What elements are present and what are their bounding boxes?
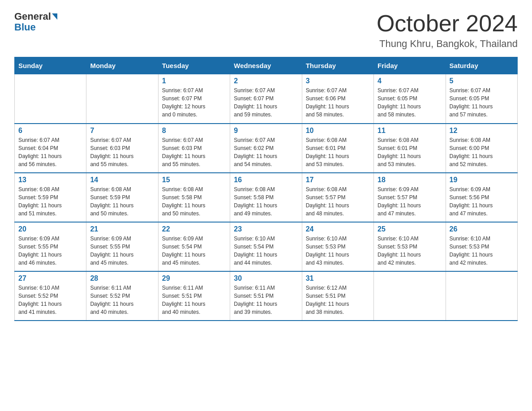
calendar-cell: 21Sunrise: 6:09 AM Sunset: 5:55 PM Dayli… [86, 222, 158, 271]
page-header: General Blue October 2024 Thung Khru, Ba… [14, 11, 518, 50]
logo-general-text: General [14, 11, 51, 22]
calendar-cell: 20Sunrise: 6:09 AM Sunset: 5:55 PM Dayli… [15, 222, 86, 271]
calendar-body: 1Sunrise: 6:07 AM Sunset: 6:07 PM Daylig… [15, 74, 518, 321]
header-row: SundayMondayTuesdayWednesdayThursdayFrid… [15, 57, 518, 74]
day-number: 13 [18, 176, 82, 184]
day-info: Sunrise: 6:07 AM Sunset: 6:05 PM Dayligh… [450, 86, 514, 119]
day-number: 11 [378, 127, 442, 135]
day-number: 30 [234, 274, 298, 283]
day-info: Sunrise: 6:08 AM Sunset: 6:00 PM Dayligh… [450, 136, 514, 168]
day-number: 16 [234, 176, 298, 184]
calendar-cell: 13Sunrise: 6:08 AM Sunset: 5:59 PM Dayli… [15, 173, 86, 222]
day-number: 22 [162, 225, 226, 233]
week-row-1: 1Sunrise: 6:07 AM Sunset: 6:07 PM Daylig… [15, 74, 518, 124]
calendar-cell: 23Sunrise: 6:10 AM Sunset: 5:54 PM Dayli… [230, 222, 302, 271]
day-info: Sunrise: 6:07 AM Sunset: 6:06 PM Dayligh… [306, 86, 370, 119]
calendar-cell: 2Sunrise: 6:07 AM Sunset: 6:07 PM Daylig… [230, 74, 302, 124]
calendar-cell: 26Sunrise: 6:10 AM Sunset: 5:53 PM Dayli… [446, 222, 517, 271]
day-number: 27 [18, 274, 82, 283]
day-number: 29 [162, 274, 226, 283]
calendar-cell: 22Sunrise: 6:09 AM Sunset: 5:54 PM Dayli… [158, 222, 230, 271]
day-info: Sunrise: 6:07 AM Sunset: 6:04 PM Dayligh… [18, 136, 82, 168]
day-number: 17 [306, 176, 370, 184]
day-info: Sunrise: 6:09 AM Sunset: 5:55 PM Dayligh… [90, 235, 154, 267]
day-info: Sunrise: 6:09 AM Sunset: 5:56 PM Dayligh… [450, 185, 514, 218]
calendar-header: SundayMondayTuesdayWednesdayThursdayFrid… [15, 57, 518, 74]
header-cell-tuesday: Tuesday [158, 57, 230, 74]
day-info: Sunrise: 6:08 AM Sunset: 5:58 PM Dayligh… [162, 185, 226, 218]
day-number: 9 [234, 127, 298, 135]
day-number: 8 [162, 127, 226, 135]
day-info: Sunrise: 6:08 AM Sunset: 5:59 PM Dayligh… [90, 185, 154, 218]
calendar-cell [15, 74, 86, 124]
day-number: 15 [162, 176, 226, 184]
logo-blue-text: Blue [14, 22, 36, 32]
month-title: October 2024 [377, 11, 518, 36]
day-info: Sunrise: 6:11 AM Sunset: 5:51 PM Dayligh… [162, 284, 226, 316]
week-row-5: 27Sunrise: 6:10 AM Sunset: 5:52 PM Dayli… [15, 271, 518, 321]
day-number: 23 [234, 225, 298, 233]
day-info: Sunrise: 6:08 AM Sunset: 5:57 PM Dayligh… [306, 185, 370, 218]
week-row-4: 20Sunrise: 6:09 AM Sunset: 5:55 PM Dayli… [15, 222, 518, 271]
calendar-cell: 25Sunrise: 6:10 AM Sunset: 5:53 PM Dayli… [374, 222, 446, 271]
day-info: Sunrise: 6:10 AM Sunset: 5:52 PM Dayligh… [18, 284, 82, 316]
week-row-2: 6Sunrise: 6:07 AM Sunset: 6:04 PM Daylig… [15, 124, 518, 173]
logo: General Blue [14, 11, 58, 32]
calendar-cell: 18Sunrise: 6:09 AM Sunset: 5:57 PM Dayli… [374, 173, 446, 222]
day-number: 28 [90, 274, 154, 283]
day-info: Sunrise: 6:10 AM Sunset: 5:53 PM Dayligh… [378, 235, 442, 267]
calendar-cell [86, 74, 158, 124]
calendar-cell: 5Sunrise: 6:07 AM Sunset: 6:05 PM Daylig… [446, 74, 517, 124]
header-cell-saturday: Saturday [446, 57, 517, 74]
calendar-cell: 1Sunrise: 6:07 AM Sunset: 6:07 PM Daylig… [158, 74, 230, 124]
day-info: Sunrise: 6:07 AM Sunset: 6:05 PM Dayligh… [378, 86, 442, 119]
calendar-cell: 12Sunrise: 6:08 AM Sunset: 6:00 PM Dayli… [446, 124, 517, 173]
title-section: October 2024 Thung Khru, Bangkok, Thaila… [377, 11, 518, 50]
calendar-cell: 11Sunrise: 6:08 AM Sunset: 6:01 PM Dayli… [374, 124, 446, 173]
header-cell-monday: Monday [86, 57, 158, 74]
calendar-cell: 3Sunrise: 6:07 AM Sunset: 6:06 PM Daylig… [302, 74, 373, 124]
day-info: Sunrise: 6:09 AM Sunset: 5:54 PM Dayligh… [162, 235, 226, 267]
calendar-cell: 16Sunrise: 6:08 AM Sunset: 5:58 PM Dayli… [230, 173, 302, 222]
calendar-cell: 28Sunrise: 6:11 AM Sunset: 5:52 PM Dayli… [86, 271, 158, 321]
day-info: Sunrise: 6:07 AM Sunset: 6:02 PM Dayligh… [234, 136, 298, 168]
calendar-cell: 14Sunrise: 6:08 AM Sunset: 5:59 PM Dayli… [86, 173, 158, 222]
day-info: Sunrise: 6:08 AM Sunset: 5:59 PM Dayligh… [18, 185, 82, 218]
day-number: 6 [18, 127, 82, 135]
day-info: Sunrise: 6:11 AM Sunset: 5:51 PM Dayligh… [234, 284, 298, 316]
calendar-cell: 7Sunrise: 6:07 AM Sunset: 6:03 PM Daylig… [86, 124, 158, 173]
day-info: Sunrise: 6:10 AM Sunset: 5:54 PM Dayligh… [234, 235, 298, 267]
day-number: 20 [18, 225, 82, 233]
calendar-cell: 29Sunrise: 6:11 AM Sunset: 5:51 PM Dayli… [158, 271, 230, 321]
header-cell-friday: Friday [374, 57, 446, 74]
day-number: 2 [234, 77, 298, 85]
day-info: Sunrise: 6:12 AM Sunset: 5:51 PM Dayligh… [306, 284, 370, 316]
day-info: Sunrise: 6:11 AM Sunset: 5:52 PM Dayligh… [90, 284, 154, 316]
location-title: Thung Khru, Bangkok, Thailand [377, 38, 518, 50]
calendar-cell: 31Sunrise: 6:12 AM Sunset: 5:51 PM Dayli… [302, 271, 373, 321]
day-info: Sunrise: 6:09 AM Sunset: 5:57 PM Dayligh… [378, 185, 442, 218]
day-info: Sunrise: 6:07 AM Sunset: 6:03 PM Dayligh… [90, 136, 154, 168]
day-number: 14 [90, 176, 154, 184]
header-cell-sunday: Sunday [15, 57, 86, 74]
calendar-table: SundayMondayTuesdayWednesdayThursdayFrid… [14, 57, 518, 321]
calendar-cell: 4Sunrise: 6:07 AM Sunset: 6:05 PM Daylig… [374, 74, 446, 124]
day-info: Sunrise: 6:07 AM Sunset: 6:07 PM Dayligh… [162, 86, 226, 119]
day-number: 19 [450, 176, 514, 184]
day-number: 12 [450, 127, 514, 135]
calendar-cell: 19Sunrise: 6:09 AM Sunset: 5:56 PM Dayli… [446, 173, 517, 222]
calendar-cell: 8Sunrise: 6:07 AM Sunset: 6:03 PM Daylig… [158, 124, 230, 173]
week-row-3: 13Sunrise: 6:08 AM Sunset: 5:59 PM Dayli… [15, 173, 518, 222]
day-info: Sunrise: 6:10 AM Sunset: 5:53 PM Dayligh… [450, 235, 514, 267]
day-info: Sunrise: 6:07 AM Sunset: 6:03 PM Dayligh… [162, 136, 226, 168]
day-number: 31 [306, 274, 370, 283]
day-info: Sunrise: 6:07 AM Sunset: 6:07 PM Dayligh… [234, 86, 298, 119]
calendar-cell: 15Sunrise: 6:08 AM Sunset: 5:58 PM Dayli… [158, 173, 230, 222]
logo-arrow-icon [52, 13, 57, 20]
day-number: 21 [90, 225, 154, 233]
day-number: 5 [450, 77, 514, 85]
calendar-cell: 9Sunrise: 6:07 AM Sunset: 6:02 PM Daylig… [230, 124, 302, 173]
day-number: 25 [378, 225, 442, 233]
day-number: 26 [450, 225, 514, 233]
calendar-cell: 24Sunrise: 6:10 AM Sunset: 5:53 PM Dayli… [302, 222, 373, 271]
